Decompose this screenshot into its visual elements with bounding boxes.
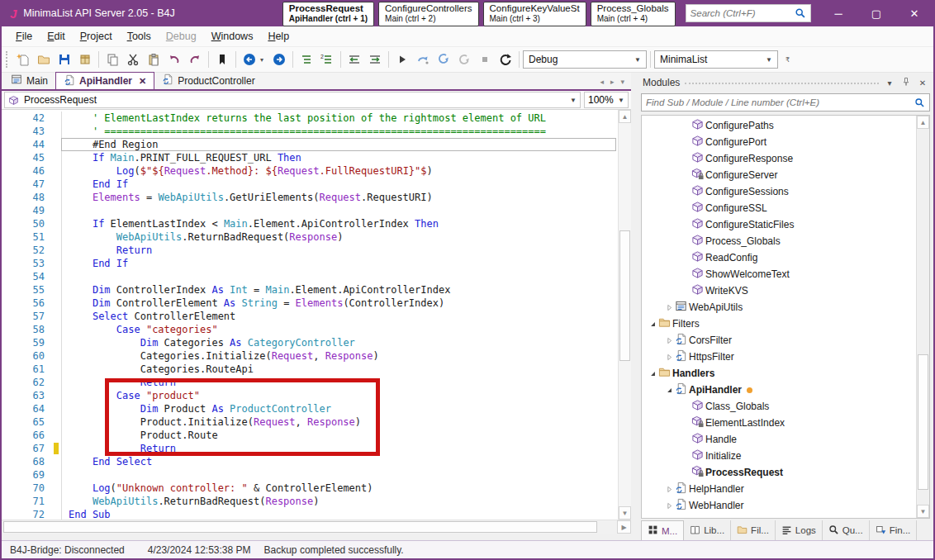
code-line[interactable]: 62 Return <box>2 376 618 389</box>
code-line[interactable]: 60 Categories.Initialize(Request, Respon… <box>2 349 618 363</box>
menu-help[interactable]: Help <box>260 28 297 45</box>
close-button[interactable]: ✕ <box>895 0 933 26</box>
editor-vertical-scrollbar[interactable]: ▲ ▼ <box>618 110 631 520</box>
code-line[interactable]: 70 Log("Unknown controller: " & Controll… <box>2 482 618 495</box>
menu-project[interactable]: Project <box>73 28 120 45</box>
tree-item-configurepaths[interactable]: ConfigurePaths <box>642 117 916 134</box>
build-configuration-select[interactable]: Debug ▼ <box>523 50 647 69</box>
step-into-button[interactable] <box>434 50 453 69</box>
minimize-button[interactable]: ─ <box>819 0 857 26</box>
tree-item-configurestaticfiles[interactable]: ConfigureStaticFiles <box>642 216 916 233</box>
code-line[interactable]: 49 <box>2 204 618 217</box>
find-sub-box[interactable] <box>641 93 930 112</box>
expander-closed-icon[interactable] <box>663 501 675 510</box>
code-line[interactable]: 72End Sub <box>2 508 618 520</box>
tree-item-configuressl[interactable]: ConfigureSSL <box>642 200 916 216</box>
menu-tools[interactable]: Tools <box>120 28 159 45</box>
code-line[interactable]: 61 Categories.RouteApi <box>2 363 618 376</box>
tree-item-elementlastindex[interactable]: ElementLastIndex <box>642 415 916 431</box>
package-button[interactable] <box>75 50 95 69</box>
horizontal-scroll-thumb[interactable] <box>3 521 597 533</box>
save-button[interactable] <box>55 50 74 69</box>
tree-item-corsfilter[interactable]: CorsFilter <box>642 332 916 349</box>
toolbar-grip[interactable] <box>6 51 10 68</box>
code-editor[interactable]: 42 ' ElementLastIndex returns the last p… <box>2 110 618 520</box>
expander-closed-icon[interactable] <box>663 336 675 345</box>
panel-tab-files[interactable]: Fil... <box>731 520 776 540</box>
uncomment-selection-button[interactable]: 2 <box>317 50 337 69</box>
code-line[interactable]: 71 WebApiUtils.ReturnBadRequest(Response… <box>2 495 618 508</box>
code-line[interactable]: 65 Product.Initialize(Request, Response) <box>2 415 618 429</box>
tree-scroll-thumb[interactable] <box>918 354 928 490</box>
expander-closed-icon[interactable] <box>663 353 675 362</box>
scroll-down-icon[interactable]: ▼ <box>619 506 631 520</box>
tree-item-configureserver[interactable]: ConfigureServer <box>642 167 916 183</box>
code-line[interactable]: 53 End If <box>2 257 618 270</box>
code-line[interactable]: 63 Case "product" <box>2 389 618 402</box>
restart-button[interactable] <box>496 50 515 69</box>
vertical-scroll-thumb[interactable] <box>619 230 630 361</box>
new-file-button[interactable] <box>13 50 33 69</box>
code-line[interactable]: 68 End Select <box>2 455 618 468</box>
run-module-select[interactable]: MinimaList ▼ <box>654 50 778 69</box>
menu-file[interactable]: File <box>8 28 40 45</box>
tab-scroll-left-icon[interactable]: ◂ <box>600 78 604 86</box>
step-out-button[interactable] <box>454 50 474 69</box>
redo-button[interactable] <box>185 50 205 69</box>
stop-button[interactable] <box>475 50 495 69</box>
title-search-box[interactable] <box>686 4 811 22</box>
code-line[interactable]: 67 Return <box>2 442 618 455</box>
navigate-back-button[interactable] <box>240 50 259 69</box>
menu-edit[interactable]: Edit <box>40 28 73 45</box>
tree-item-configureport[interactable]: ConfigurePort <box>642 134 916 150</box>
tab-list-dropdown-icon[interactable]: ▾ <box>620 78 624 86</box>
code-line[interactable]: 58 Case "categories" <box>2 323 618 336</box>
tree-item-writekvs[interactable]: WriteKVS <box>642 282 916 299</box>
navigate-forward-button[interactable] <box>269 50 289 69</box>
menu-windows[interactable]: Windows <box>204 28 261 45</box>
panel-tab-findmodule[interactable]: Fin... <box>870 520 918 540</box>
quick-bookmark-4[interactable]: Process_GlobalsMain (ctrl + 4) <box>591 2 676 26</box>
expander-closed-icon[interactable] <box>663 303 675 312</box>
navigate-back-dropdown[interactable]: ▾ <box>260 56 268 64</box>
scroll-right-icon[interactable]: ▶ <box>617 520 631 534</box>
indent-button[interactable] <box>365 50 385 69</box>
scroll-down-icon[interactable]: ▼ <box>917 505 929 518</box>
code-line[interactable]: 57 Select ControllerElement <box>2 310 618 323</box>
code-line[interactable]: 47 End If <box>2 178 618 191</box>
tab-productcontroller[interactable]: ProductController <box>154 72 262 89</box>
code-line[interactable]: 50 If ElementLastIndex < Main.Element.Ap… <box>2 217 618 230</box>
cut-button[interactable] <box>123 50 143 69</box>
tree-item-initialize[interactable]: Initialize <box>642 448 916 464</box>
tree-item-class_globals[interactable]: Class_Globals <box>642 398 916 415</box>
outdent-button[interactable] <box>344 50 364 69</box>
expander-open-icon[interactable] <box>663 386 675 395</box>
tree-item-readconfig[interactable]: ReadConfig <box>642 249 916 266</box>
code-line[interactable]: 55 Dim ControllerIndex As Int = Main.Ele… <box>2 283 618 297</box>
tree-item-apihandler[interactable]: ApiHandler <box>642 382 916 398</box>
code-line[interactable]: 54 <box>2 270 618 283</box>
panel-tab-modules[interactable]: M... <box>641 520 684 540</box>
menu-debug[interactable]: Debug <box>159 28 204 45</box>
tab-close-icon[interactable]: ✕ <box>139 76 146 87</box>
editor-horizontal-scrollbar[interactable]: ▶ <box>2 520 631 534</box>
quick-bookmark-1[interactable]: ProcessRequestApiHandler (ctrl + 1) <box>282 2 374 26</box>
step-over-button[interactable] <box>413 50 433 69</box>
copy-button[interactable] <box>102 50 122 69</box>
quick-bookmark-2[interactable]: ConfigureControllersMain (ctrl + 2) <box>378 2 478 26</box>
code-line[interactable]: 51 WebApiUtils.ReturnBadRequest(Response… <box>2 230 618 244</box>
expander-closed-icon[interactable] <box>663 485 675 494</box>
tab-scroll-right-icon[interactable]: ▸ <box>610 78 615 86</box>
tree-item-filters[interactable]: Filters <box>642 316 916 332</box>
panel-tab-quick[interactable]: Qu... <box>823 520 870 540</box>
panel-splitter[interactable] <box>631 73 638 540</box>
tree-vertical-scrollbar[interactable]: ▲ ▼ <box>916 116 929 518</box>
comment-selection-button[interactable] <box>297 50 316 69</box>
open-project-button[interactable] <box>34 50 54 69</box>
code-line[interactable]: 66 Product.Route <box>2 429 618 442</box>
tree-item-webhandler[interactable]: WebHandler <box>642 497 916 514</box>
tab-main[interactable]: Main <box>3 72 55 89</box>
code-line[interactable]: 43 ' ===================================… <box>2 125 618 138</box>
current-sub-select[interactable]: ProcessRequest ▼ <box>4 92 581 108</box>
code-line[interactable]: 44 #End Region <box>2 138 618 151</box>
